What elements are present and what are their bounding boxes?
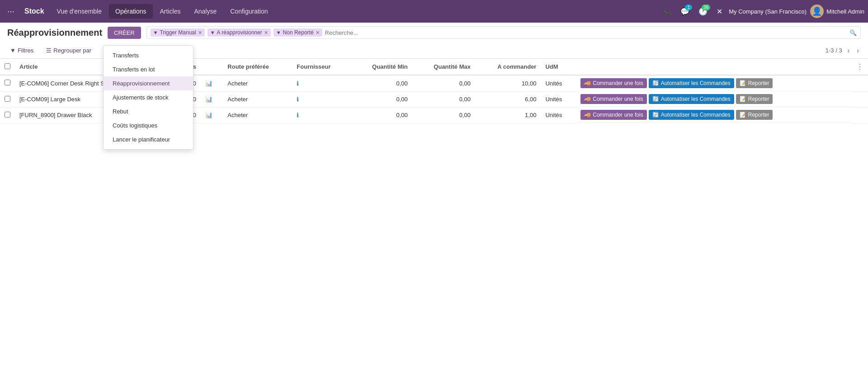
automate-button-2[interactable]: 🔄 Automatiser les Commandes [649, 94, 734, 104]
next-page-button[interactable]: › [855, 46, 861, 55]
col-a-commander: A commander [475, 59, 541, 75]
sync-icon-2: 🔄 [652, 96, 659, 102]
chart-icon-2[interactable]: 📊 [201, 91, 223, 107]
chart-icon-3[interactable]: 📊 [201, 107, 223, 123]
chat-icon[interactable]: 💬 1 [678, 5, 692, 19]
order-once-button-1[interactable]: 🚚 Commander une fois [580, 78, 646, 88]
nav-right-section: 📞 💬 1 🕐 36 ✕ My Company (San Francisco) … [660, 5, 864, 19]
qte-max-val-2: 0,00 [412, 91, 475, 107]
route-val-3: Acheter [223, 107, 292, 123]
apps-icon[interactable]: ⋯ [4, 4, 18, 19]
order-once-button-3[interactable]: 🚚 Commander une fois [580, 110, 646, 120]
filter-tag-close-nonreporte[interactable]: ✕ [316, 30, 320, 36]
qte-min-val-1: 0,00 [351, 75, 412, 91]
info-icon-2[interactable]: ℹ [297, 96, 299, 103]
filter-tag-label-2: A réapprovisionner [217, 29, 262, 36]
top-navigation: ⋯ Stock Vue d'ensemble Opérations Articl… [0, 0, 868, 23]
row-options-2 [852, 91, 868, 107]
filter-tag-close-trigger[interactable]: ✕ [198, 30, 202, 36]
automate-button-3[interactable]: 🔄 Automatiser les Commandes [649, 110, 734, 120]
qte-max-val-1: 0,00 [412, 75, 475, 91]
report-label-2: Reporter [748, 96, 769, 102]
udm-val-3: Unités [541, 107, 576, 123]
row-select-checkbox-1[interactable] [5, 80, 10, 85]
dropdown-item-transferts-lot[interactable]: Transferts en lot [104, 62, 193, 76]
filter-icon-toolbar: ▼ [10, 47, 16, 54]
nav-item-overview[interactable]: Vue d'ensemble [51, 4, 108, 19]
nav-item-analyse[interactable]: Analyse [188, 4, 223, 19]
col-udm: UdM [541, 59, 576, 75]
fournisseur-val-2: ℹ [292, 91, 351, 107]
clock-icon[interactable]: 🕐 36 [696, 5, 710, 19]
automate-button-1[interactable]: 🔄 Automatiser les Commandes [649, 78, 734, 88]
chart-icon-1[interactable]: 📊 [201, 75, 223, 91]
group-icon: ☰ [46, 47, 52, 54]
info-icon-3[interactable]: ℹ [297, 112, 299, 118]
row-select-checkbox-2[interactable] [5, 96, 10, 102]
nav-item-operations[interactable]: Opérations [109, 4, 152, 19]
search-icon[interactable]: 🔍 [849, 29, 857, 36]
dropdown-item-reappro[interactable]: Réapprovisionnement [104, 76, 193, 90]
search-input[interactable] [325, 29, 847, 36]
report-button-2[interactable]: 📝 Reporter [736, 94, 773, 104]
brand-logo[interactable]: Stock [20, 7, 49, 15]
phone-icon[interactable]: 📞 [660, 5, 674, 19]
dropdown-item-planificateur[interactable]: Lancer le planificateur [104, 132, 193, 146]
actions-1: 🚚 Commander une fois 🔄 Automatiser les C… [576, 76, 852, 91]
filter-tag-close-reappro[interactable]: ✕ [264, 30, 268, 36]
col-route: Route préférée [223, 59, 292, 75]
dropdown-item-couts[interactable]: Coûts logistiques [104, 118, 193, 132]
route-val-2: Acheter [223, 91, 292, 107]
sync-icon-1: 🔄 [652, 80, 659, 86]
table-options-button[interactable]: ⋮ [856, 62, 863, 71]
report-label-3: Reporter [748, 112, 769, 118]
truck-icon-1: 🚚 [584, 80, 591, 86]
company-name: My Company (San Francisco) [729, 8, 807, 15]
search-bar: ▼ Trigger Manual ✕ ▼ A réapprovisionner … [146, 26, 861, 39]
route-val-1: Acheter [223, 75, 292, 91]
avatar: 👤 [810, 5, 824, 18]
order-once-label-1: Commander une fois [593, 80, 643, 86]
dropdown-item-ajustements[interactable]: Ajustements de stock [104, 90, 193, 104]
settings-icon[interactable]: ✕ [714, 5, 725, 19]
filters-button[interactable]: ▼ Filtres [7, 45, 36, 56]
col-actions [576, 59, 852, 75]
col-qte-min: Quantité Min [351, 59, 412, 75]
order-once-label-2: Commander une fois [593, 96, 643, 102]
fournisseur-val-1: ℹ [292, 75, 351, 91]
select-all-checkbox[interactable] [5, 63, 10, 69]
sync-icon-3: 🔄 [652, 112, 659, 118]
automate-label-1: Automatiser les Commandes [661, 80, 731, 86]
group-by-button[interactable]: ☰ Regrouper par [43, 45, 94, 56]
actions-2: 🚚 Commander une fois 🔄 Automatiser les C… [576, 91, 852, 107]
row-options-1 [852, 75, 868, 91]
row-select-checkbox-3[interactable] [5, 112, 10, 118]
report-button-3[interactable]: 📝 Reporter [736, 110, 773, 120]
udm-val-2: Unités [541, 91, 576, 107]
filter-tag-nonreporte: ▼ Non Reporté ✕ [274, 28, 322, 37]
user-menu[interactable]: 👤 Mitchell Admin [810, 5, 864, 18]
info-icon-1[interactable]: ℹ [297, 80, 299, 87]
page-title: Réapprovisionnement [7, 28, 102, 38]
report-icon-3: 📝 [740, 112, 746, 118]
qte-min-val-3: 0,00 [351, 107, 412, 123]
fournisseur-val-3: ℹ [292, 107, 351, 123]
pagination-section: 1-3 / 3 ‹ › [826, 46, 861, 55]
qte-min-val-2: 0,00 [351, 91, 412, 107]
order-once-button-2[interactable]: 🚚 Commander une fois [580, 94, 646, 104]
prev-page-button[interactable]: ‹ [846, 46, 852, 55]
nav-item-articles[interactable]: Articles [154, 4, 187, 19]
filter-tag-label-3: Non Reporté [283, 29, 314, 36]
dropdown-item-transferts[interactable]: Transferts [104, 48, 193, 62]
create-button[interactable]: CRÉER [108, 27, 141, 39]
qte-max-val-3: 0,00 [412, 107, 475, 123]
filters-label: Filtres [18, 47, 33, 54]
nav-item-configuration[interactable]: Configuration [224, 4, 274, 19]
report-icon-2: 📝 [740, 96, 746, 102]
clock-badge: 36 [702, 5, 710, 10]
page-header: Réapprovisionnement CRÉER ▼ Trigger Manu… [0, 23, 868, 42]
dropdown-item-rebut[interactable]: Rebut [104, 104, 193, 118]
operations-dropdown: Transferts Transferts en lot Réapprovisi… [103, 45, 193, 150]
report-label-1: Reporter [748, 80, 769, 86]
report-button-1[interactable]: 📝 Reporter [736, 78, 773, 88]
